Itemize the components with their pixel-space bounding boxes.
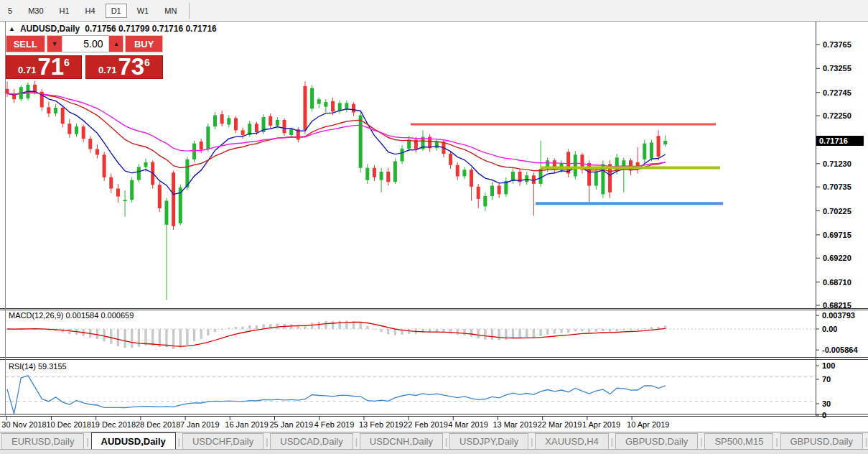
tab-separator: | bbox=[266, 437, 268, 447]
bearish-candle bbox=[470, 170, 473, 187]
bearish-candle bbox=[33, 85, 37, 92]
bullish-candle bbox=[401, 149, 404, 162]
macd-signal-line bbox=[7, 323, 666, 347]
macd-histogram-bar bbox=[457, 329, 459, 335]
macd-histogram-bar bbox=[138, 329, 140, 347]
macd-histogram-bar bbox=[131, 329, 133, 348]
bearish-candle bbox=[82, 126, 85, 139]
date-axis-label: 30 Nov 2018 bbox=[1, 420, 46, 429]
price-axis-label: 0.71230 bbox=[823, 159, 851, 168]
macd-histogram-bar bbox=[560, 329, 562, 333]
volume-decrease-button[interactable]: ▼ bbox=[47, 35, 63, 52]
macd-histogram-bar bbox=[581, 329, 583, 331]
macd-histogram-bar bbox=[380, 329, 382, 332]
bearish-candle bbox=[109, 177, 113, 189]
chart-tab-usdcad-3[interactable]: USDCAD,Daily bbox=[270, 433, 353, 450]
chart-tab-usdjpy-5[interactable]: USDJPY,Daily bbox=[449, 433, 528, 450]
timeframe-button-mn[interactable]: MN bbox=[159, 4, 182, 18]
timeframe-button-5[interactable]: 5 bbox=[2, 4, 18, 18]
macd-histogram-bar bbox=[110, 329, 112, 344]
tab-separator: | bbox=[700, 437, 702, 447]
price-axis-label: 0.72745 bbox=[823, 88, 851, 97]
chart-tab-eurusd-0[interactable]: EURUSD,Daily bbox=[1, 433, 84, 450]
buy-button[interactable]: BUY bbox=[125, 35, 163, 52]
macd-histogram-bar bbox=[290, 324, 292, 329]
chart-header: ▲ AUDUSD,Daily 0.71756 0.71799 0.71716 0… bbox=[9, 24, 217, 34]
bearish-candle bbox=[67, 124, 71, 134]
tab-separator: | bbox=[445, 437, 447, 447]
chart-tab-xauusd-6[interactable]: XAUUSD,H4 bbox=[535, 433, 608, 450]
macd-histogram-bar bbox=[387, 329, 389, 335]
rsi-indicator-label: RSI(14) 59.3155 bbox=[9, 362, 67, 371]
macd-axis-label: -0.005864 bbox=[822, 346, 858, 354]
macd-histogram-bar bbox=[311, 323, 313, 329]
bullish-candle bbox=[137, 167, 141, 180]
macd-histogram-bar bbox=[526, 329, 528, 338]
date-axis-label: 13 Mar 2019 bbox=[493, 420, 538, 429]
macd-histogram-bar bbox=[68, 329, 70, 334]
bullish-candle bbox=[144, 162, 148, 167]
bullish-candle bbox=[75, 126, 78, 134]
bullish-candle bbox=[483, 196, 487, 206]
chart-ohlc-values: 0.71756 0.71799 0.71716 0.71716 bbox=[85, 24, 217, 34]
bearish-candle bbox=[241, 130, 245, 135]
collapse-arrow-icon[interactable]: ▲ bbox=[9, 25, 15, 32]
volume-increase-button[interactable]: ▲ bbox=[108, 35, 123, 52]
bullish-candle bbox=[380, 172, 383, 180]
macd-histogram-bar bbox=[144, 329, 146, 346]
bullish-candle bbox=[54, 108, 57, 114]
chart-tab-bar: EURUSD,Daily|AUDUSD,Daily|USDCHF,Daily|U… bbox=[0, 432, 868, 450]
macd-histogram-bar bbox=[622, 329, 625, 330]
chart-tab-audusd-1[interactable]: AUDUSD,Daily bbox=[91, 432, 176, 450]
bullish-candle bbox=[338, 103, 342, 110]
trading-terminal-window: { "toolbar": { "items": [ {"label": "5",… bbox=[0, 0, 868, 454]
chart-tab-usdcnh-4[interactable]: USDCNH,Daily bbox=[360, 433, 443, 450]
toolbar-separator bbox=[189, 3, 190, 19]
timeframe-button-m30[interactable]: M30 bbox=[22, 4, 49, 18]
rsi-axis-label: 30 bbox=[822, 399, 831, 408]
macd-histogram-bar bbox=[117, 329, 119, 346]
bullish-candle bbox=[365, 168, 369, 180]
timeframe-button-d1[interactable]: D1 bbox=[106, 4, 127, 18]
buy-price-quote[interactable]: 0.71 73 6 bbox=[85, 55, 163, 79]
macd-histogram-bar bbox=[248, 325, 251, 329]
bullish-candle bbox=[213, 115, 217, 126]
price-axis-label: 0.68710 bbox=[823, 278, 851, 287]
bullish-candle bbox=[310, 88, 314, 109]
sell-price-quote[interactable]: 0.71 71 6 bbox=[6, 55, 82, 79]
volume-input[interactable] bbox=[62, 35, 108, 52]
bullish-candle bbox=[276, 120, 279, 126]
bearish-candle bbox=[269, 116, 272, 126]
macd-histogram-bar bbox=[235, 327, 237, 329]
date-axis-label: 25 Jan 2019 bbox=[270, 420, 314, 429]
macd-histogram-bar bbox=[165, 329, 167, 348]
chart-tab-usdchf-2[interactable]: USDCHF,Daily bbox=[182, 433, 263, 450]
one-click-trading-panel: SELL ▼ ▲ BUY 0.71 71 6 0.71 73 6 bbox=[6, 35, 163, 79]
timeframe-button-h4[interactable]: H4 bbox=[80, 4, 101, 18]
current-price-label: 0.71716 bbox=[819, 136, 848, 145]
sell-button[interactable]: SELL bbox=[6, 35, 45, 52]
bullish-candle bbox=[289, 129, 293, 135]
bullish-candle bbox=[462, 170, 466, 176]
macd-histogram-bar bbox=[546, 329, 549, 335]
macd-histogram-bar bbox=[96, 329, 98, 339]
price-axis-label: 0.72250 bbox=[823, 111, 851, 120]
macd-histogram-bar bbox=[533, 329, 535, 337]
buy-price-pipette: 6 bbox=[144, 57, 150, 68]
macd-histogram-bar bbox=[123, 329, 126, 348]
bullish-candle bbox=[192, 144, 196, 159]
macd-histogram-bar bbox=[630, 329, 632, 330]
date-axis-label: 16 Jan 2019 bbox=[225, 420, 269, 429]
macd-histogram-bar bbox=[394, 329, 396, 335]
timeframe-button-w1[interactable]: W1 bbox=[131, 4, 155, 18]
chart-tab-gbpusd-9[interactable]: GBPUSD,Daily bbox=[780, 433, 863, 450]
date-axis-label: 4 Mar 2019 bbox=[448, 420, 488, 429]
bearish-candle bbox=[47, 107, 50, 114]
chart-tab-gbpusd-7[interactable]: GBPUSD,Daily bbox=[615, 433, 698, 450]
bearish-candle bbox=[386, 172, 390, 182]
chart-tab-sp500-8[interactable]: SP500,M15 bbox=[704, 433, 773, 450]
timeframe-button-h1[interactable]: H1 bbox=[54, 4, 75, 18]
macd-histogram-bar bbox=[339, 321, 341, 329]
macd-histogram-bar bbox=[325, 321, 327, 329]
date-axis-label: 22 Mar 2019 bbox=[538, 420, 582, 429]
